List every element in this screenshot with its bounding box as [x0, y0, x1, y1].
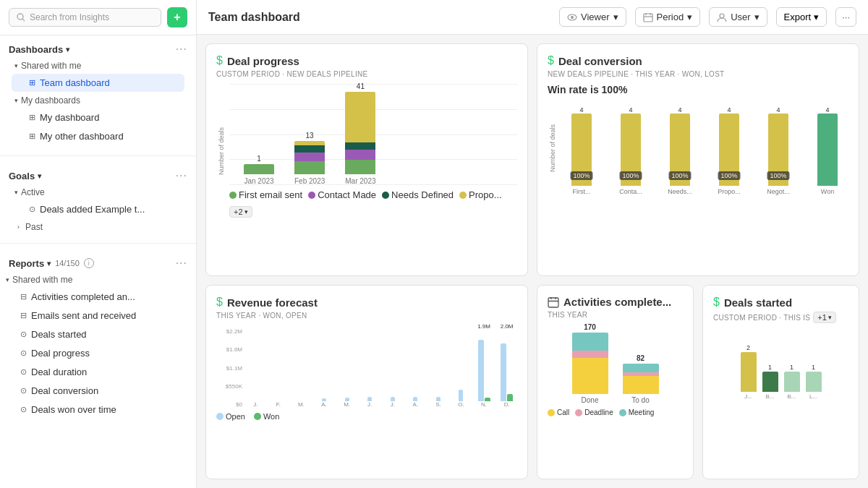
- dashboard-icon: ⊞: [29, 132, 35, 141]
- bar-segment: [244, 164, 274, 174]
- viewer-button[interactable]: Viewer ▾: [559, 7, 626, 27]
- user-button[interactable]: User ▾: [709, 7, 767, 27]
- conversion-y-title: Number of deals: [548, 101, 558, 195]
- deal-conversion-icon: $: [548, 54, 554, 67]
- deal-progress-subtitle: CUSTOM PERIOD · NEW DEALS PIPELINE: [216, 70, 517, 78]
- bar-jan: 1 Jan 2023: [244, 155, 274, 185]
- dashboard-icon: ⊞: [29, 78, 35, 87]
- activities-legend: Call Deadline Meeting: [548, 408, 683, 416]
- revenue-y-labels: $0 $550K $1.1M $1.6M $2.2M: [216, 328, 242, 408]
- dashboards-title[interactable]: Dashboards ▾: [9, 44, 69, 55]
- user-icon: [717, 12, 727, 22]
- reports-chevron: ▾: [47, 260, 51, 267]
- svg-line-1: [22, 19, 25, 21]
- active-goals-group: ▾ Active ⊙ Deals added Example t...: [9, 185, 187, 218]
- deal-progress-widget: $ Deal progress CUSTOM PERIOD · NEW DEAL…: [205, 43, 528, 276]
- act-bar-todo: 82 To do: [623, 354, 659, 404]
- shared-group-header[interactable]: ▾ Shared with me: [9, 59, 187, 73]
- sidebar-item-my-other-dashboard[interactable]: ⊞ My other dashboard: [12, 127, 184, 145]
- dashboards-section: Dashboards ▾ ··· ▾ Shared with me ⊞ Team…: [0, 35, 196, 150]
- conv-bar-won: 4 Won: [807, 106, 848, 195]
- info-icon[interactable]: i: [84, 258, 94, 268]
- period-button[interactable]: Period ▾: [635, 7, 701, 27]
- dashboards-menu[interactable]: ···: [176, 43, 187, 56]
- bar-mar: 41 Mar 2023: [345, 82, 375, 185]
- reports-title[interactable]: Reports ▾: [9, 258, 51, 269]
- deal-conversion-header: $ Deal conversion: [548, 54, 848, 67]
- sidebar-item-deal-progress[interactable]: ⊙ Deal progress: [3, 344, 193, 362]
- sidebar-item-my-dashboard[interactable]: ⊞ My dashboard: [12, 108, 184, 127]
- deal-conversion-subtitle: NEW DEALS PIPELINE · THIS YEAR · WON, LO…: [548, 70, 848, 78]
- deals-started-tag[interactable]: +1 ▾: [813, 312, 836, 323]
- deals-started-subtitle: CUSTOM PERIOD · THIS IS: [713, 314, 810, 322]
- page-title: Team dashboard: [208, 11, 550, 24]
- revenue-forecast-widget: $ Revenue forecast THIS YEAR · WON, OPEN…: [205, 285, 528, 479]
- sidebar-item-deals-added[interactable]: ⊙ Deals added Example t...: [12, 200, 184, 218]
- topbar: Team dashboard Viewer ▾ Period ▾ User ▾ …: [197, 0, 868, 35]
- sidebar: Search from Insights + Dashboards ▾ ··· …: [0, 0, 197, 488]
- goals-chevron: ▾: [38, 172, 41, 180]
- deal-conversion-title: Deal conversion: [558, 55, 642, 67]
- deals-started-icon: $: [713, 296, 720, 309]
- ds-bar-l: 1 L...: [806, 364, 822, 400]
- goal-icon: ⊙: [29, 205, 35, 214]
- deal-conversion-widget: $ Deal conversion NEW DEALS PIPELINE · T…: [537, 43, 859, 276]
- deal-progress-header: $ Deal progress: [216, 54, 517, 67]
- revenue-bars: J. F. M.: [245, 328, 517, 408]
- revenue-legend: Open Won: [216, 412, 517, 421]
- activities-subtitle: THIS YEAR: [548, 311, 683, 319]
- past-group-header[interactable]: › Past: [9, 220, 187, 234]
- goals-section: Goals ▾ ··· ▾ Active ⊙ Deals added Examp…: [0, 162, 196, 237]
- search-box[interactable]: Search from Insights: [9, 8, 161, 27]
- legend-more-button[interactable]: +2 ▾: [229, 206, 252, 218]
- conv-bar-propo: 4 100% Propo...: [708, 106, 750, 195]
- search-area: Search from Insights +: [0, 0, 196, 35]
- revenue-chart-wrapper: $0 $550K $1.1M $1.6M $2.2M J.: [216, 328, 517, 408]
- goals-menu[interactable]: ···: [176, 169, 187, 182]
- deal-progress-legend: First email sent Contact Made Needs Defi…: [229, 189, 517, 218]
- goals-header: Goals ▾ ···: [9, 169, 187, 182]
- dashboard-grid: $ Deal progress CUSTOM PERIOD · NEW DEAL…: [197, 35, 868, 488]
- reports-header: Reports ▾ 14/150 i ···: [0, 249, 196, 273]
- shared-reports-group: ▾ Shared with me ⊟ Activities completed …: [0, 273, 196, 419]
- conv-bar-contact: 4 100% Conta...: [610, 106, 652, 195]
- export-button[interactable]: Export ▾: [776, 7, 827, 27]
- deals-started-bars: 2 J... 1 B... 1 B...: [713, 328, 848, 400]
- deal-progress-title: Deal progress: [227, 55, 299, 67]
- deals-started-header: $ Deals started: [713, 296, 848, 309]
- search-placeholder: Search from Insights: [30, 12, 109, 22]
- conv-bar-negot: 4 100% Negot...: [757, 106, 799, 195]
- ds-bar-b2: 1 B...: [784, 364, 800, 400]
- sidebar-item-deal-conversion[interactable]: ⊙ Deal conversion: [3, 382, 193, 400]
- dashboards-chevron: ▾: [66, 46, 69, 53]
- active-group-header[interactable]: ▾ Active: [9, 185, 187, 200]
- shared-with-me-group: ▾ Shared with me ⊞ Team dashboard: [9, 59, 187, 92]
- sidebar-item-team-dashboard[interactable]: ⊞ Team dashboard: [12, 74, 184, 92]
- sidebar-item-deal-duration[interactable]: ⊙ Deal duration: [3, 363, 193, 381]
- svg-point-8: [720, 14, 724, 18]
- activities-title: Activities complete...: [563, 296, 671, 308]
- calendar-icon: [643, 12, 653, 22]
- dashboards-header: Dashboards ▾ ···: [9, 43, 187, 56]
- sidebar-item-deals-started[interactable]: ⊙ Deals started: [3, 325, 193, 343]
- revenue-forecast-subtitle: THIS YEAR · WON, OPEN: [216, 312, 517, 320]
- calendar-icon: [548, 296, 559, 308]
- goals-title[interactable]: Goals ▾: [9, 171, 41, 181]
- svg-rect-4: [644, 14, 652, 22]
- deals-started-widget: $ Deals started CUSTOM PERIOD · THIS IS …: [702, 285, 859, 479]
- revenue-forecast-header: $ Revenue forecast: [216, 296, 517, 309]
- sidebar-item-activities-completed[interactable]: ⊟ Activities completed an...: [3, 288, 193, 306]
- deals-started-subtitle-row: CUSTOM PERIOD · THIS IS +1 ▾: [713, 312, 848, 323]
- add-button[interactable]: +: [167, 7, 187, 27]
- sidebar-item-emails[interactable]: ⊟ Emails sent and received: [3, 307, 193, 325]
- shared-reports-header[interactable]: ▾ Shared with me: [0, 273, 196, 287]
- my-dashboards-header[interactable]: ▾ My dashboards: [9, 93, 187, 108]
- svg-point-0: [17, 14, 23, 20]
- bar-feb: 13 Feb 2023: [294, 132, 325, 185]
- dashboard-icon: ⊞: [29, 113, 35, 122]
- sidebar-item-deals-won[interactable]: ⊙ Deals won over time: [3, 401, 193, 419]
- reports-menu[interactable]: ···: [176, 257, 187, 270]
- more-button[interactable]: ···: [835, 7, 856, 27]
- deal-progress-y-title: Number of deals: [216, 84, 226, 218]
- deals-started-title: Deals started: [724, 296, 792, 309]
